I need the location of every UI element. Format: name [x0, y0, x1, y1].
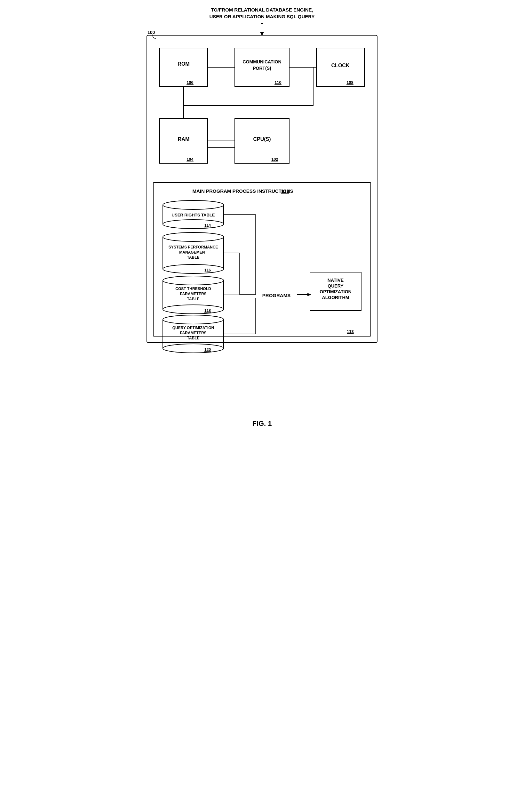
svg-text:QUERY: QUERY	[328, 283, 344, 288]
svg-text:TABLE: TABLE	[187, 297, 199, 301]
svg-text:PARAMETERS: PARAMETERS	[180, 331, 206, 335]
rom-label: ROM	[178, 61, 190, 67]
svg-text:COST THRESHOLD: COST THRESHOLD	[175, 287, 211, 291]
ram-label: RAM	[178, 137, 190, 142]
svg-rect-4	[160, 48, 208, 86]
svg-text:QUERY OPTIMIZATION: QUERY OPTIMIZATION	[173, 325, 214, 330]
main-program-ref: 112	[281, 188, 289, 194]
rom-ref: 106	[186, 80, 194, 85]
cpu-ref: 102	[271, 157, 278, 162]
clock-label: CLOCK	[331, 63, 350, 68]
svg-point-36	[163, 276, 224, 285]
svg-point-31	[163, 265, 224, 273]
svg-text:120: 120	[204, 347, 211, 352]
svg-text:SYSTEMS PERFORMANCE: SYSTEMS PERFORMANCE	[168, 245, 218, 250]
svg-text:TABLE: TABLE	[187, 255, 199, 260]
ram-ref: 104	[186, 157, 194, 162]
svg-point-44	[163, 315, 224, 324]
svg-text:116: 116	[204, 268, 211, 272]
svg-point-22	[163, 201, 224, 209]
clock-ref: 108	[346, 80, 354, 85]
svg-text:NATIVE: NATIVE	[328, 277, 344, 283]
programs-ref: 113	[347, 329, 354, 334]
svg-text:OPTIMIZATION: OPTIMIZATION	[320, 289, 351, 294]
top-label: TO/FROM RELATIONAL DATABASE ENGINE, USER…	[209, 6, 314, 20]
svg-text:ALGORITHM: ALGORITHM	[322, 295, 349, 300]
svg-text:MANAGEMENT: MANAGEMENT	[179, 250, 207, 255]
main-diagram: 100 ROM 106 COMMUNICATION PORT(S) 110 CL…	[141, 22, 383, 407]
svg-text:114: 114	[204, 223, 211, 228]
svg-text:PARAMETERS: PARAMETERS	[180, 292, 206, 296]
page: TO/FROM RELATIONAL DATABASE ENGINE, USER…	[131, 6, 393, 428]
svg-text:118: 118	[204, 308, 211, 313]
svg-point-39	[163, 305, 224, 314]
programs-label: PROGRAMS	[262, 293, 291, 298]
main-program-title: MAIN PROGRAM PROCESS INSTRUCTIONS	[192, 188, 293, 194]
cpu-label: CPU(S)	[253, 137, 271, 142]
comm-ref: 110	[275, 80, 281, 85]
svg-text:PORT(S): PORT(S)	[253, 66, 271, 71]
fig-label: FIG. 1	[252, 419, 272, 428]
svg-text:TABLE: TABLE	[187, 336, 199, 340]
svg-text:USER RIGHTS TABLE: USER RIGHTS TABLE	[172, 212, 215, 218]
svg-point-25	[163, 220, 224, 228]
svg-point-28	[163, 233, 224, 241]
svg-point-47	[163, 344, 224, 353]
outer-ref-100: 100	[147, 30, 155, 35]
comm-label: COMMUNICATION	[243, 59, 281, 64]
svg-marker-2	[260, 22, 264, 24]
